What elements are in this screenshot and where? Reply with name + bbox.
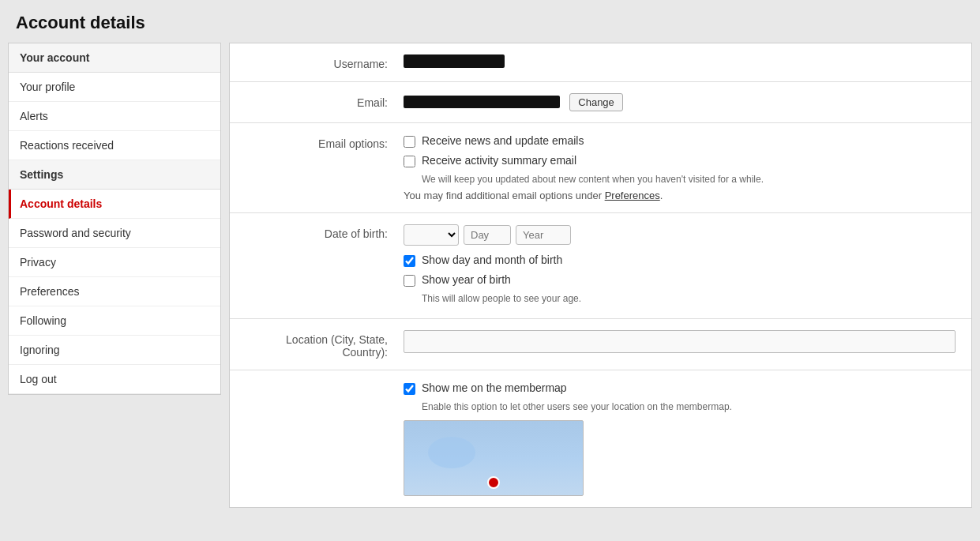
change-email-button[interactable]: Change	[569, 93, 623, 111]
sidebar: Your account Your profile Alerts Reactio…	[8, 43, 221, 395]
sidebar-item-your-profile[interactable]: Your profile	[9, 73, 220, 102]
membermap-field: Show me on the membermap Enable this opt…	[404, 381, 956, 496]
membermap-checkbox[interactable]	[404, 383, 415, 395]
membermap-label[interactable]: Show me on the membermap	[422, 381, 567, 394]
sidebar-item-reactions-received[interactable]: Reactions received	[9, 131, 220, 160]
email-options-label: Email options:	[246, 134, 404, 150]
dob-section: Date of birth: JanFebMar AprMayJun JulAu…	[230, 213, 971, 319]
activity-email-row: Receive activity summary email	[404, 154, 956, 167]
map-water-decoration	[428, 437, 475, 468]
sidebar-section-settings: Settings	[9, 160, 220, 190]
dob-inputs-row: JanFebMar AprMayJun JulAugSep OctNovDec	[404, 224, 956, 246]
sidebar-item-privacy[interactable]: Privacy	[9, 248, 220, 277]
show-day-month-row: Show day and month of birth	[404, 254, 956, 267]
location-input[interactable]	[404, 330, 956, 353]
dob-day-input[interactable]	[464, 225, 511, 245]
news-email-label[interactable]: Receive news and update emails	[422, 134, 584, 147]
show-day-month-label[interactable]: Show day and month of birth	[422, 254, 562, 266]
sidebar-item-alerts[interactable]: Alerts	[9, 102, 220, 131]
membermap-section: Show me on the membermap Enable this opt…	[230, 370, 971, 507]
page-title: Account details	[0, 0, 980, 43]
show-year-checkbox[interactable]	[404, 275, 415, 287]
email-options-field: Receive news and update emails Receive a…	[404, 134, 956, 201]
activity-email-label[interactable]: Receive activity summary email	[422, 154, 576, 167]
email-options-section: Email options: Receive news and update e…	[230, 123, 971, 213]
show-year-sublabel: This will allow people to see your age.	[422, 293, 956, 304]
preferences-note-prefix: You may find additional email options un…	[404, 190, 605, 201]
username-label: Username:	[246, 54, 404, 70]
dob-label: Date of birth:	[246, 224, 404, 240]
main-content: Username: ████████████ Email: ██████████…	[229, 43, 972, 508]
email-section: Email: ████████████████████ Change	[230, 82, 971, 123]
username-value: ████████████	[404, 54, 505, 68]
dob-month-select[interactable]: JanFebMar AprMayJun JulAugSep OctNovDec	[404, 224, 459, 246]
activity-email-sublabel: We will keep you updated about new conte…	[422, 174, 956, 185]
email-label: Email:	[246, 93, 404, 109]
sidebar-item-preferences[interactable]: Preferences	[9, 277, 220, 306]
preferences-note: You may find additional email options un…	[404, 190, 956, 201]
sidebar-item-password-security[interactable]: Password and security	[9, 219, 220, 248]
show-year-label[interactable]: Show year of birth	[422, 273, 511, 286]
news-email-checkbox[interactable]	[404, 136, 415, 148]
sidebar-item-ignoring[interactable]: Ignoring	[9, 336, 220, 365]
show-day-month-checkbox[interactable]	[404, 255, 415, 267]
dob-field: JanFebMar AprMayJun JulAugSep OctNovDec …	[404, 224, 956, 307]
email-field-row: ████████████████████ Change	[404, 93, 956, 111]
sidebar-item-account-details[interactable]: Account details	[9, 190, 220, 219]
activity-email-checkbox[interactable]	[404, 156, 415, 167]
membermap-label-spacer	[246, 381, 404, 385]
location-section: Location (City, State, Country):	[230, 319, 971, 370]
location-field	[404, 330, 956, 353]
map-pin	[487, 476, 500, 489]
show-year-row: Show year of birth	[404, 273, 956, 287]
membermap-sublabel: Enable this option to let other users se…	[422, 401, 956, 412]
email-value: ████████████████████	[404, 96, 560, 108]
username-field: ████████████	[404, 54, 956, 68]
sidebar-item-following[interactable]: Following	[9, 306, 220, 336]
location-label: Location (City, State, Country):	[246, 330, 404, 359]
dob-year-input[interactable]	[516, 225, 571, 245]
sidebar-item-log-out[interactable]: Log out	[9, 365, 220, 394]
username-section: Username: ████████████	[230, 43, 971, 82]
preferences-note-suffix: .	[660, 190, 663, 201]
news-email-row: Receive news and update emails	[404, 134, 956, 148]
preferences-link[interactable]: Preferences	[605, 190, 660, 201]
membermap-checkbox-row: Show me on the membermap	[404, 381, 956, 395]
map-preview	[404, 420, 584, 496]
sidebar-section-your-account: Your account	[9, 43, 220, 73]
